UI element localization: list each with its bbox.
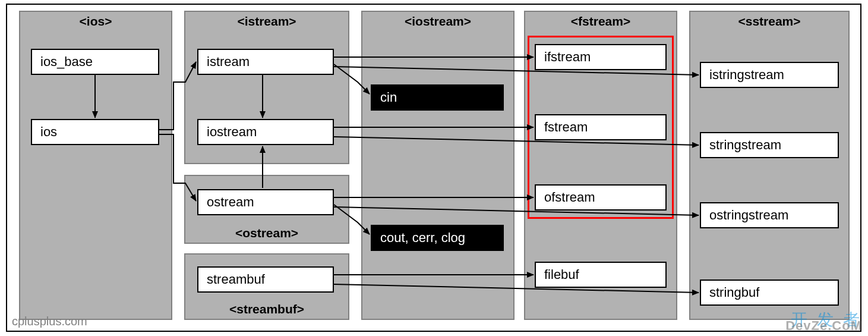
object-cout: cout, cerr, clog — [371, 225, 504, 251]
group-iostream: <iostream> — [361, 11, 515, 320]
class-stringbuf: stringbuf — [700, 280, 839, 306]
class-filebuf: filebuf — [535, 262, 667, 288]
group-fstream-title: <fstream> — [525, 14, 676, 29]
group-ostream-title: <ostream> — [185, 226, 348, 240]
class-istringstream: istringstream — [700, 62, 839, 88]
class-ofstream: ofstream — [535, 184, 667, 211]
group-ios-title: <ios> — [20, 14, 171, 29]
watermark-cplusplus: cplusplus.com — [12, 315, 87, 328]
object-cin: cin — [371, 84, 504, 111]
group-sstream: <sstream> — [689, 11, 850, 320]
class-ostream: ostream — [197, 189, 334, 215]
class-ostringstream: ostringstream — [700, 202, 839, 228]
class-istream: istream — [197, 49, 334, 75]
group-sstream-title: <sstream> — [690, 14, 848, 29]
class-ifstream: ifstream — [535, 44, 667, 70]
class-streambuf: streambuf — [197, 266, 334, 293]
class-fstream: fstream — [535, 114, 667, 140]
class-iostream: iostream — [197, 119, 334, 145]
class-ios-base: ios_base — [31, 49, 159, 75]
class-stringstream: stringstream — [700, 132, 839, 158]
class-ios: ios — [31, 119, 159, 145]
group-iostream-title: <iostream> — [362, 14, 513, 29]
watermark-devze: DevZe.CoM — [785, 318, 862, 334]
group-istream-title: <istream> — [185, 14, 348, 29]
group-streambuf-title: <streambuf> — [185, 302, 348, 316]
diagram-frame: <ios> <istream> <ostream> <streambuf> <i… — [6, 4, 861, 332]
